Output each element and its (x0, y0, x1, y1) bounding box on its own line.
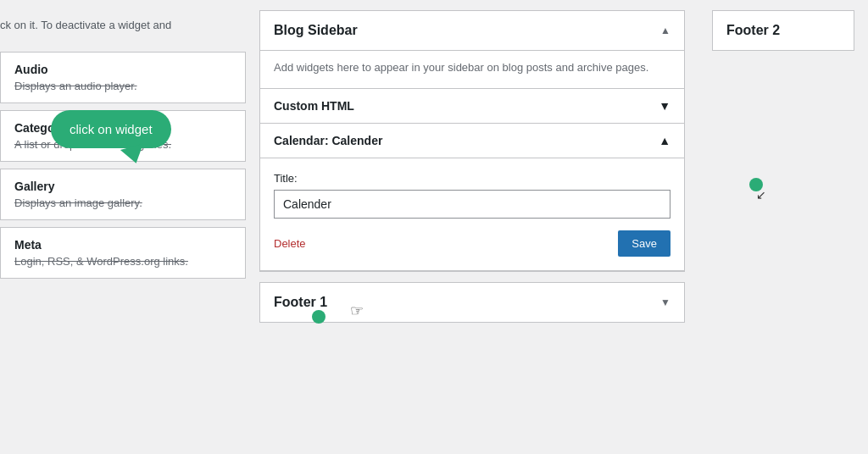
widget-audio[interactable]: Audio Displays an audio player. (0, 52, 246, 103)
calendar-widget-header[interactable]: Calendar: Calender ▲ (260, 124, 684, 158)
blog-sidebar-section: Blog Sidebar ▲ Add widgets here to appea… (259, 10, 685, 272)
custom-html-widget[interactable]: Custom HTML ▼ (260, 89, 684, 124)
blog-sidebar-header[interactable]: Blog Sidebar ▲ (260, 11, 684, 51)
right-panel: Footer 2 ↙ (698, 0, 868, 454)
intro-text: ck on it. To deactivate a widget and (0, 17, 246, 52)
calendar-widget-label: Calendar: Calender (274, 134, 382, 147)
widget-actions: Delete Save (274, 230, 670, 257)
save-button[interactable]: Save (618, 230, 670, 257)
cursor-arrow-right: ↙ (756, 188, 766, 202)
middle-panel: Blog Sidebar ▲ Add widgets here to appea… (246, 0, 698, 454)
calendar-widget-body: Title: Delete Save (260, 158, 684, 271)
widget-audio-desc: Displays an audio player. (14, 80, 231, 92)
footer2-title: Footer 2 (726, 23, 780, 38)
blog-sidebar-title: Blog Sidebar (274, 23, 358, 38)
widget-meta-name: Meta (14, 238, 231, 252)
footer1-title: Footer 1 (274, 295, 327, 310)
footer1-arrow: ▼ (660, 296, 670, 308)
tooltip-bubble: click on widget (51, 110, 171, 148)
left-panel: ck on it. To deactivate a widget and cli… (0, 0, 246, 454)
calendar-widget-arrow: ▲ (659, 134, 670, 147)
title-field-label: Title: (274, 172, 670, 185)
custom-html-arrow: ▼ (659, 99, 670, 113)
widget-gallery[interactable]: Gallery Displays an image gallery. (0, 169, 246, 220)
blog-sidebar-description: Add widgets here to appear in your sideb… (260, 51, 684, 89)
footer2-header[interactable]: Footer 2 (713, 11, 854, 50)
cursor-hand: ☞ (350, 302, 364, 320)
title-field-input[interactable] (274, 190, 670, 219)
cursor-dot-delete (312, 310, 326, 324)
custom-html-label: Custom HTML (274, 99, 354, 113)
page-wrapper: ck on it. To deactivate a widget and cli… (0, 0, 868, 454)
tooltip-text: click on widget (70, 122, 153, 136)
widget-gallery-desc: Displays an image gallery. (14, 197, 231, 209)
footer2-section: Footer 2 (712, 10, 854, 51)
blog-sidebar-arrow-up: ▲ (660, 25, 670, 36)
widget-audio-name: Audio (14, 63, 231, 76)
widget-gallery-name: Gallery (14, 180, 231, 193)
delete-link[interactable]: Delete (274, 237, 306, 250)
widget-meta[interactable]: Meta Login, RSS, & WordPress.org links. (0, 227, 246, 279)
widget-meta-desc: Login, RSS, & WordPress.org links. (14, 255, 231, 268)
